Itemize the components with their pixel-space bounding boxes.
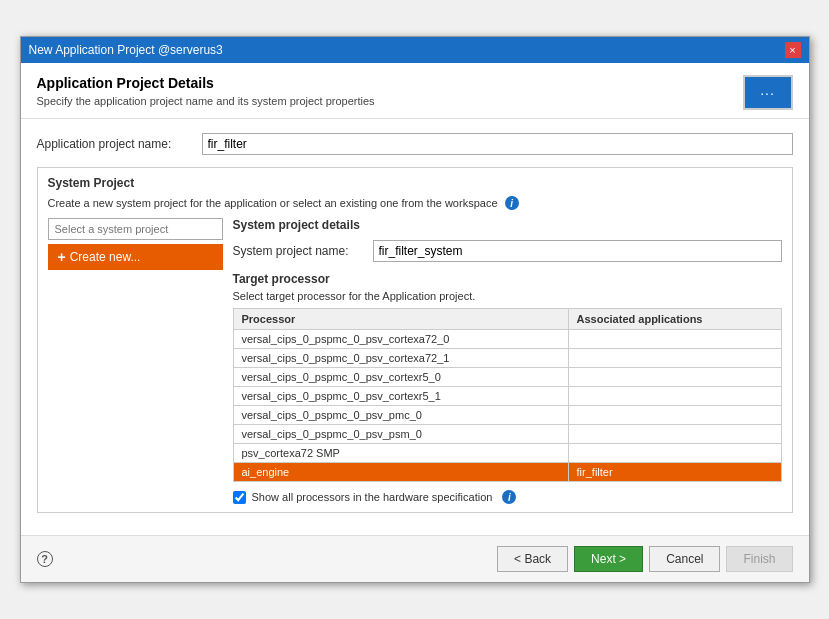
- finish-button[interactable]: Finish: [726, 546, 792, 572]
- cancel-button[interactable]: Cancel: [649, 546, 720, 572]
- col-apps: Associated applications: [568, 309, 781, 330]
- header-icon-dots: ···: [760, 85, 775, 101]
- table-row[interactable]: versal_cips_0_pspmc_0_psv_cortexa72_0: [233, 330, 781, 349]
- show-all-label: Show all processors in the hardware spec…: [252, 491, 493, 503]
- apps-cell: [568, 425, 781, 444]
- sp-name-input[interactable]: [373, 240, 782, 262]
- processor-cell: versal_cips_0_pspmc_0_psv_cortexr5_1: [233, 387, 568, 406]
- table-row[interactable]: versal_cips_0_pspmc_0_psv_cortexr5_0: [233, 368, 781, 387]
- left-panel: + Create new...: [48, 218, 223, 504]
- table-row[interactable]: versal_cips_0_pspmc_0_psv_pmc_0: [233, 406, 781, 425]
- show-all-row: Show all processors in the hardware spec…: [233, 490, 782, 504]
- right-panel: System project details System project na…: [233, 218, 782, 504]
- target-processor-label: Target processor: [233, 272, 782, 286]
- header-text: Application Project Details Specify the …: [37, 75, 375, 107]
- show-all-checkbox[interactable]: [233, 491, 246, 504]
- page-subtitle: Specify the application project name and…: [37, 95, 375, 107]
- sp-name-label: System project name:: [233, 244, 373, 258]
- dialog: New Application Project @serverus3 × App…: [20, 36, 810, 583]
- processor-cell: versal_cips_0_pspmc_0_psv_psm_0: [233, 425, 568, 444]
- table-row[interactable]: psv_cortexa72 SMP: [233, 444, 781, 463]
- plus-icon: +: [58, 249, 66, 265]
- footer-buttons: < Back Next > Cancel Finish: [497, 546, 792, 572]
- table-row[interactable]: ai_enginefir_filter: [233, 463, 781, 482]
- app-project-name-row: Application project name:: [37, 133, 793, 155]
- apps-cell: [568, 368, 781, 387]
- table-row[interactable]: versal_cips_0_pspmc_0_psv_cortexa72_1: [233, 349, 781, 368]
- processor-table: Processor Associated applications versal…: [233, 308, 782, 482]
- processor-cell: versal_cips_0_pspmc_0_psv_cortexa72_1: [233, 349, 568, 368]
- content: Application project name: System Project…: [21, 119, 809, 535]
- sp-name-row: System project name:: [233, 240, 782, 262]
- table-row[interactable]: versal_cips_0_pspmc_0_psv_cortexr5_1: [233, 387, 781, 406]
- apps-cell: fir_filter: [568, 463, 781, 482]
- processor-cell: versal_cips_0_pspmc_0_psv_cortexa72_0: [233, 330, 568, 349]
- back-button[interactable]: < Back: [497, 546, 568, 572]
- create-new-label: Create new...: [70, 250, 141, 264]
- dialog-title: New Application Project @serverus3: [29, 43, 223, 57]
- page-title: Application Project Details: [37, 75, 375, 91]
- title-bar: New Application Project @serverus3 ×: [21, 37, 809, 63]
- app-project-name-label: Application project name:: [37, 137, 202, 151]
- apps-cell: [568, 406, 781, 425]
- sp-details-label: System project details: [233, 218, 782, 232]
- next-button[interactable]: Next >: [574, 546, 643, 572]
- show-all-info-icon[interactable]: i: [502, 490, 516, 504]
- system-project-search[interactable]: [48, 218, 223, 240]
- system-project-desc: Create a new system project for the appl…: [48, 196, 782, 210]
- system-project-group: System Project Create a new system proje…: [37, 167, 793, 513]
- create-new-button[interactable]: + Create new...: [48, 244, 223, 270]
- header: Application Project Details Specify the …: [21, 63, 809, 119]
- apps-cell: [568, 330, 781, 349]
- processor-cell: psv_cortexa72 SMP: [233, 444, 568, 463]
- processor-cell: versal_cips_0_pspmc_0_psv_pmc_0: [233, 406, 568, 425]
- app-project-name-input[interactable]: [202, 133, 793, 155]
- system-project-legend: System Project: [48, 176, 782, 190]
- processor-cell: ai_engine: [233, 463, 568, 482]
- header-icon: ···: [743, 75, 793, 110]
- apps-cell: [568, 387, 781, 406]
- apps-cell: [568, 444, 781, 463]
- table-row[interactable]: versal_cips_0_pspmc_0_psv_psm_0: [233, 425, 781, 444]
- footer-left: ?: [37, 551, 53, 567]
- processor-cell: versal_cips_0_pspmc_0_psv_cortexr5_0: [233, 368, 568, 387]
- two-col-layout: + Create new... System project details S…: [48, 218, 782, 504]
- info-icon[interactable]: i: [505, 196, 519, 210]
- help-icon[interactable]: ?: [37, 551, 53, 567]
- col-processor: Processor: [233, 309, 568, 330]
- apps-cell: [568, 349, 781, 368]
- footer: ? < Back Next > Cancel Finish: [21, 535, 809, 582]
- close-button[interactable]: ×: [785, 42, 801, 58]
- target-processor-desc: Select target processor for the Applicat…: [233, 290, 782, 302]
